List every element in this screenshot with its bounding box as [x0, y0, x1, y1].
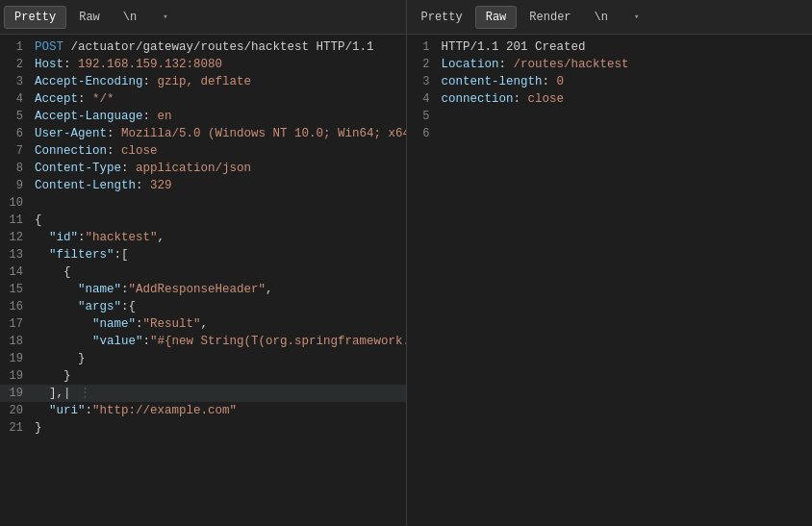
right-tab-pretty[interactable]: Pretty — [411, 6, 473, 29]
line-number: 14 — [0, 263, 23, 281]
line-number: 8 — [0, 160, 23, 177]
line-content: "args":{ — [35, 298, 136, 315]
line-number: 3 — [407, 73, 430, 90]
right-code-area[interactable]: 1HTTP/1.1 201 Created2Location: /routes/… — [407, 35, 813, 526]
line-number: 2 — [407, 56, 430, 73]
line-content: HTTP/1.1 201 Created — [442, 38, 586, 56]
line-content: "id":"hacktest", — [35, 229, 165, 246]
line-content: "uri":"http://example.com" — [35, 402, 237, 419]
right-tab-raw[interactable]: Raw — [475, 6, 518, 29]
more-options-icon[interactable]: ⋮ — [79, 387, 91, 400]
code-line: 17 "name":"Result", — [0, 315, 406, 333]
left-tab-newline[interactable]: \n — [113, 6, 147, 29]
left-code-area[interactable]: 1POST /actuator/gateway/routes/hacktest … — [0, 35, 406, 526]
line-number: 4 — [407, 90, 430, 108]
code-line: 5 — [407, 108, 813, 125]
line-number: 13 — [0, 246, 23, 263]
line-number: 11 — [0, 212, 23, 229]
left-panel: Pretty Raw \n ▾ 1POST /actuator/gateway/… — [0, 0, 407, 526]
code-line: 16 "args":{ — [0, 298, 406, 315]
panels-container: Pretty Raw \n ▾ 1POST /actuator/gateway/… — [0, 0, 812, 526]
left-tab-bar: Pretty Raw \n ▾ — [0, 0, 406, 35]
line-number: 19 — [0, 385, 23, 402]
code-line: 9Content-Length: 329 — [0, 177, 406, 194]
code-line: 2Host: 192.168.159.132:8080 — [0, 56, 406, 73]
line-number: 2 — [0, 56, 23, 73]
right-tab-newline[interactable]: \n — [584, 6, 619, 29]
code-line: 19 ],|⋮ — [0, 385, 406, 402]
line-content: } — [35, 367, 71, 385]
code-line: 11{ — [0, 212, 406, 229]
line-content: } — [35, 350, 86, 367]
line-content: Connection: close — [35, 142, 158, 160]
line-content: } — [35, 419, 42, 437]
line-content: { — [35, 263, 71, 281]
line-number: 20 — [0, 402, 23, 419]
right-actions-chevron-icon: ▾ — [634, 12, 639, 22]
line-number: 5 — [0, 108, 23, 125]
line-content: "name":"AddResponseHeader", — [35, 281, 273, 298]
code-line: 6 — [407, 125, 813, 142]
line-number: 7 — [0, 142, 23, 160]
line-content: User-Agent: Mozilla/5.0 (Windows NT 10.0… — [35, 125, 406, 142]
code-line: 14 { — [0, 263, 406, 281]
line-content: Accept-Language: en — [35, 108, 172, 125]
right-panel: Pretty Raw Render \n ▾ 1HTTP/1.1 201 Cre… — [407, 0, 813, 526]
right-tab-bar: Pretty Raw Render \n ▾ — [407, 0, 813, 35]
code-line: 3content-length: 0 — [407, 73, 813, 90]
line-number: 5 — [407, 108, 430, 125]
code-line: 21} — [0, 419, 406, 437]
line-content: content-length: 0 — [442, 73, 565, 90]
line-content: POST /actuator/gateway/routes/hacktest H… — [35, 38, 374, 56]
code-line: 3Accept-Encoding: gzip, deflate — [0, 73, 406, 90]
code-line: 2Location: /routes/hacktest — [407, 56, 813, 73]
code-line: 12 "id":"hacktest", — [0, 229, 406, 246]
line-number: 9 — [0, 177, 23, 194]
line-content: "filters":[ — [35, 246, 129, 263]
line-number: 16 — [0, 298, 23, 315]
line-content: "name":"Result", — [35, 315, 208, 333]
right-tab-render[interactable]: Render — [519, 6, 581, 29]
line-content: ],|⋮ — [35, 385, 91, 402]
code-line: 13 "filters":[ — [0, 246, 406, 263]
line-number: 6 — [407, 125, 430, 142]
code-line: 4connection: close — [407, 90, 813, 108]
line-number: 10 — [0, 194, 23, 212]
line-number: 21 — [0, 419, 23, 437]
line-content: Location: /routes/hacktest — [442, 56, 629, 73]
code-line: 5Accept-Language: en — [0, 108, 406, 125]
left-actions-chevron-icon: ▾ — [163, 12, 167, 22]
line-content: Accept: */* — [35, 90, 114, 108]
line-number: 6 — [0, 125, 23, 142]
left-tab-raw[interactable]: Raw — [68, 6, 111, 29]
line-content: connection: close — [442, 90, 565, 108]
line-number: 3 — [0, 73, 23, 90]
line-number: 18 — [0, 333, 23, 350]
code-line: 7Connection: close — [0, 142, 406, 160]
line-content: { — [35, 212, 42, 229]
code-line: 20 "uri":"http://example.com" — [0, 402, 406, 419]
code-line: 8Content-Type: application/json — [0, 160, 406, 177]
line-number: 1 — [407, 38, 430, 56]
line-content: Accept-Encoding: gzip, deflate — [35, 73, 251, 90]
line-number: 4 — [0, 90, 23, 108]
line-content: "value":"#{new String(T(org.springframew… — [35, 333, 406, 350]
line-content: Content-Length: 329 — [35, 177, 172, 194]
code-line: 1POST /actuator/gateway/routes/hacktest … — [0, 38, 406, 56]
right-actions-button[interactable]: ▾ — [621, 7, 649, 27]
code-line: 10 — [0, 194, 406, 212]
left-tab-pretty[interactable]: Pretty — [4, 6, 66, 29]
code-line: 19 } — [0, 350, 406, 367]
line-number: 17 — [0, 315, 23, 333]
code-line: 1HTTP/1.1 201 Created — [407, 38, 813, 56]
line-number: 15 — [0, 281, 23, 298]
code-line: 19 } — [0, 367, 406, 385]
code-line: 6User-Agent: Mozilla/5.0 (Windows NT 10.… — [0, 125, 406, 142]
line-number: 19 — [0, 350, 23, 367]
code-line: 18 "value":"#{new String(T(org.springfra… — [0, 333, 406, 350]
code-line: 4Accept: */* — [0, 90, 406, 108]
code-line: 15 "name":"AddResponseHeader", — [0, 281, 406, 298]
left-actions-button[interactable]: ▾ — [149, 7, 178, 27]
line-number: 12 — [0, 229, 23, 246]
line-content: Content-Type: application/json — [35, 160, 251, 177]
